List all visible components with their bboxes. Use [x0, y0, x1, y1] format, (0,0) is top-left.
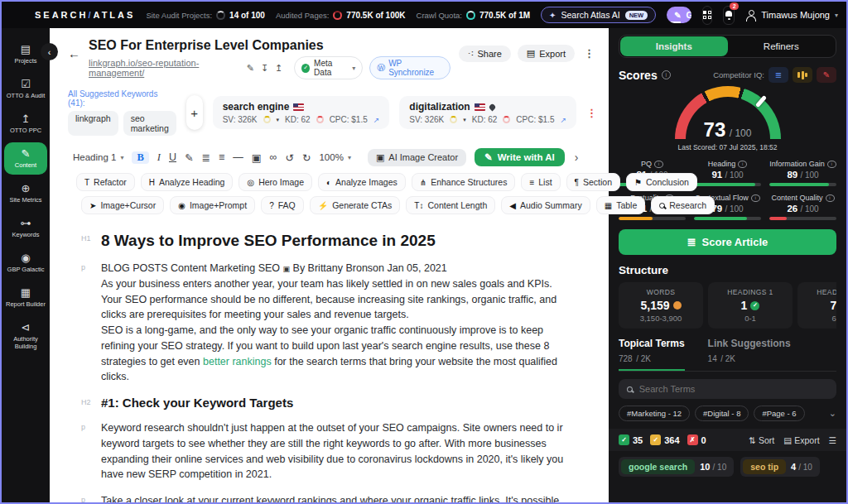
structure-card-words[interactable]: WORDS5,1593,150-3,900 — [619, 282, 703, 329]
redo-icon[interactable]: ↻ — [302, 151, 311, 164]
generate-ctas-chip[interactable]: ⚡Generate CTAs — [310, 196, 401, 214]
analyze-heading-chip[interactable]: HAnalyze Heading — [141, 173, 234, 191]
back-arrow-icon[interactable]: ← — [68, 46, 80, 60]
search-atlas-ai-button[interactable]: ✦Search Atlas AINEW — [541, 7, 656, 23]
horizontal-rule-icon[interactable]: ― — [233, 151, 243, 163]
info-icon[interactable]: i — [662, 70, 671, 79]
tab-link-suggestions[interactable]: Link Suggestions14 / 2K — [708, 338, 791, 371]
refactor-chip[interactable]: TRefactor — [76, 173, 135, 191]
search-atlas-logo[interactable]: SEARCH/ATLAS — [35, 10, 135, 20]
article-paragraph[interactable]: Keyword research shouldn't just happen a… — [101, 420, 569, 482]
info-icon[interactable]: i — [827, 161, 836, 168]
article-paragraph[interactable]: Take a closer look at your current keywo… — [101, 493, 569, 502]
sidebar-item-content[interactable]: ✎Content — [4, 142, 47, 175]
table-chip[interactable]: ▦Table — [596, 196, 646, 214]
upload-icon[interactable]: ↥ — [275, 63, 282, 74]
bold-button[interactable]: B — [132, 151, 148, 164]
export-terms-button[interactable]: ▤Export — [783, 435, 819, 445]
sidebar-collapse-button[interactable]: ‹ — [41, 43, 58, 60]
competitor-list-button[interactable]: ≣ — [768, 67, 788, 83]
share-button[interactable]: ∴Share — [459, 46, 511, 62]
meta-data-dropdown[interactable]: ✓Meta Data▾ — [294, 56, 363, 79]
all-suggested-keywords-link[interactable]: All Suggested Keywords (41): — [68, 89, 176, 108]
research-chip[interactable]: Research — [651, 196, 715, 214]
download-icon[interactable]: ↧ — [261, 63, 268, 74]
filter-chip-digital[interactable]: #Digital - 8 — [695, 406, 749, 421]
score-article-button[interactable]: ≣Score Article — [619, 229, 836, 255]
section-chip[interactable]: ¶Section — [566, 173, 620, 191]
sidebar-item-site-metrics[interactable]: ⊕Site Metrics — [4, 177, 47, 209]
underline-button[interactable]: U — [169, 151, 176, 163]
keyword-card[interactable]: digitalization SV: 326K▾KD: 62CPC: $1.5↗ — [399, 96, 576, 129]
wp-synchronize-button[interactable]: ⓌWP Synchronize — [369, 56, 450, 79]
search-terms-input[interactable] — [639, 384, 828, 394]
filter-settings-button[interactable]: ☰ — [829, 435, 836, 445]
info-icon[interactable]: i — [738, 161, 747, 168]
faq-chip[interactable]: ?FAQ — [261, 196, 304, 214]
sidebar-item-gbp-galactic[interactable]: ◉GBP Galactic — [4, 247, 47, 279]
keyword-chip[interactable]: linkgraph — [68, 111, 118, 136]
tab-topical-terms[interactable]: Topical Terms728 / 2K — [619, 338, 685, 371]
sidebar-item-otto-ppc[interactable]: ↥OTTO PPC — [4, 108, 47, 140]
toolbar-overflow-chevron[interactable]: › — [575, 151, 579, 164]
list-chip[interactable]: ≡List — [521, 173, 560, 191]
more-options-kebab[interactable]: ⋮ — [581, 47, 597, 60]
audit-checkbox-icon: ☑ — [21, 79, 31, 89]
keyword-card[interactable]: search engine SV: 326K▾KD: 62CPC: $1.5↗ — [213, 96, 390, 129]
filter-chip-marketing[interactable]: #Marketing - 12 — [619, 406, 690, 421]
italic-button[interactable]: I — [157, 151, 161, 164]
document-editor[interactable]: H1 8 Ways to Improve SEO Performance in … — [50, 217, 609, 502]
apps-grid-button[interactable] — [702, 6, 712, 25]
export-button[interactable]: ▤Export — [518, 45, 575, 62]
page-url-link[interactable]: linkgraph.io/seo-reputation-management/ — [89, 58, 240, 78]
ai-image-creator-button[interactable]: ▣AI Image Creator — [368, 149, 466, 166]
structure-card-headings1[interactable]: HEADINGS 110-1 — [708, 282, 793, 329]
insert-image-icon[interactable]: ▣ — [252, 151, 262, 164]
conclusion-chip[interactable]: ⚑Conclusion — [626, 173, 697, 191]
image-prompt-chip[interactable]: ◉Image+Prompt — [170, 196, 255, 214]
info-icon[interactable]: i — [654, 161, 663, 168]
competitor-edit-button[interactable]: ✎ — [817, 67, 836, 83]
user-menu[interactable]: Timawus Mujong▾ — [745, 10, 838, 21]
edit-url-icon[interactable]: ✎ — [247, 63, 254, 74]
sidebar-item-authority-building[interactable]: ⊲Authority Building — [4, 316, 47, 356]
term-tag-google-search[interactable]: google search10 / 10 — [619, 457, 734, 477]
bullet-list-icon[interactable]: ≡ — [219, 151, 224, 163]
undo-icon[interactable]: ↺ — [286, 151, 294, 164]
sort-button[interactable]: ⇅Sort — [749, 435, 774, 445]
better-rankings-link[interactable]: better rankings — [203, 356, 272, 367]
terms-search[interactable] — [619, 379, 836, 399]
add-keyword-button[interactable]: + — [186, 95, 203, 130]
tab-insights[interactable]: Insights — [620, 36, 728, 56]
hero-image-chip[interactable]: ◎Hero Image — [238, 173, 312, 191]
highlighter-icon[interactable]: ✎ — [185, 151, 193, 164]
info-icon[interactable]: i — [826, 194, 835, 202]
sidebar-item-otto-audit[interactable]: ☑OTTO & Audit — [4, 73, 47, 105]
sidebar-item-report-builder[interactable]: ▦Report Builder — [4, 281, 47, 314]
keyword-options-kebab[interactable]: ⋮ — [586, 107, 597, 119]
article-paragraph[interactable]: BLOG POSTS Content Marketing SEO ▣ By Br… — [101, 261, 569, 385]
content-length-chip[interactable]: T↕Content Length — [406, 196, 495, 214]
structure-card-headings2[interactable]: HEADINGS 276-16 — [797, 282, 836, 329]
ordered-list-icon[interactable]: ≣ — [201, 151, 210, 164]
enhance-structures-chip[interactable]: ⋔Enhance Structures — [412, 173, 516, 191]
notifications-button[interactable]: 2 — [723, 6, 735, 25]
article-heading-2[interactable]: #1: Check your Keyword Targets — [101, 396, 293, 410]
article-heading-1[interactable]: 8 Ways to Improve SEO Performance in 202… — [101, 232, 436, 250]
get-started-guide-button[interactable]: ✎Get started guide6/11 — [667, 7, 691, 23]
image-cursor-chip[interactable]: ➤Image+Cursor — [81, 196, 164, 214]
competitor-chart-button[interactable] — [793, 67, 812, 83]
write-with-ai-button[interactable]: ✎Write with AI — [475, 148, 565, 166]
zoom-select[interactable]: 100%▾ — [319, 152, 350, 162]
term-tag-seo-tip[interactable]: seo tip4 / 10 — [740, 457, 820, 477]
filter-chip-page[interactable]: #Page - 6 — [754, 406, 804, 421]
info-icon[interactable]: i — [751, 194, 760, 202]
keyword-chip[interactable]: seo marketing — [123, 111, 176, 136]
insert-link-icon[interactable]: ∞ — [270, 151, 277, 163]
tab-refiners[interactable]: Refiners — [728, 36, 836, 56]
heading-style-select[interactable]: Heading 1▾ — [73, 152, 123, 162]
chevron-down-icon[interactable]: ⌄ — [829, 408, 836, 419]
sidebar-item-keywords[interactable]: ⊶Keywords — [4, 212, 47, 244]
audio-summary-chip[interactable]: ◀Audio Summary — [501, 196, 590, 214]
analyze-images-chip[interactable]: ◐Analyze Images — [318, 173, 406, 191]
